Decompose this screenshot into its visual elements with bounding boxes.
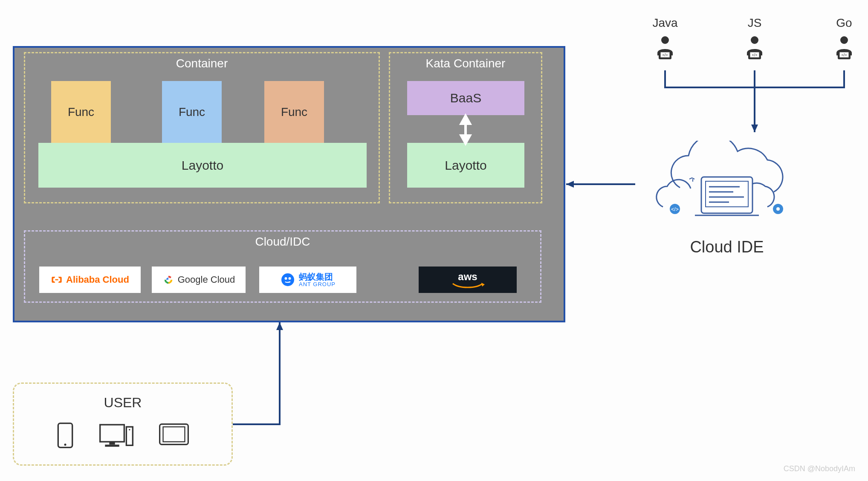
- cloud-ide-label: Cloud IDE: [639, 238, 814, 256]
- aws-smile-icon: [451, 283, 485, 289]
- svg-point-4: [64, 443, 67, 446]
- desktop-icon: [99, 423, 133, 448]
- svg-point-0: [281, 273, 294, 286]
- dev-java-label: Java: [652, 16, 677, 30]
- dev-js-label: JS: [748, 16, 762, 30]
- svg-rect-6: [109, 442, 115, 445]
- alibaba-cloud-label: Alibaba Cloud: [66, 274, 129, 285]
- svg-point-2: [288, 277, 291, 280]
- developer-icon: </>: [742, 35, 767, 61]
- svg-point-12: [661, 36, 669, 44]
- dev-js: JS </>: [742, 16, 767, 61]
- kata-container-title: Kata Container: [390, 57, 541, 70]
- svg-text:</>: </>: [671, 206, 678, 212]
- google-cloud-logo: Google Cloud: [152, 267, 246, 293]
- svg-rect-24: [701, 177, 752, 213]
- dev-java: Java </>: [652, 16, 678, 61]
- cloud-ide-block: </> Cloud IDE: [639, 141, 814, 256]
- cloud-idc-title: Cloud/IDC: [25, 235, 540, 249]
- dev-go-label: Go: [836, 16, 852, 30]
- func-block-1: Func: [51, 81, 111, 143]
- developer-icon: </>: [652, 35, 678, 61]
- svg-text:</>: </>: [662, 53, 668, 57]
- svg-marker-34: [276, 322, 283, 330]
- alibaba-cloud-logo: Alibaba Cloud: [39, 267, 141, 293]
- watermark: CSDN @NobodyIAm: [784, 464, 855, 473]
- mobile-icon: [57, 423, 74, 448]
- developer-icon: </>: [831, 35, 857, 61]
- svg-rect-7: [105, 445, 119, 447]
- user-title: USER: [14, 395, 231, 411]
- tablet-icon: [159, 423, 189, 446]
- ant-group-logo: 蚂蚁集团 ANT GROUP: [259, 267, 356, 293]
- baas-block: BaaS: [407, 81, 524, 115]
- svg-point-33: [776, 207, 780, 211]
- dev-go: Go </>: [831, 16, 857, 61]
- cloud-ide-icon: </>: [650, 141, 804, 226]
- svg-rect-5: [100, 425, 124, 442]
- user-icons-row: [14, 423, 231, 448]
- func-block-3: Func: [264, 81, 324, 143]
- google-cloud-label: Google Cloud: [178, 274, 235, 285]
- svg-point-16: [751, 36, 758, 44]
- svg-text:</>: </>: [752, 53, 757, 57]
- svg-point-20: [840, 36, 848, 44]
- ant-group-zh: 蚂蚁集团: [299, 272, 336, 281]
- layotto-block-left: Layotto: [38, 143, 367, 188]
- svg-point-9: [129, 429, 130, 430]
- aws-logo: aws: [419, 267, 517, 293]
- developers-row: Java </> JS </> Go </>: [652, 16, 857, 61]
- svg-text:</>: </>: [841, 53, 847, 57]
- container-title: Container: [25, 57, 379, 70]
- svg-point-1: [284, 277, 287, 280]
- layotto-block-right: Layotto: [407, 143, 524, 188]
- func-block-2: Func: [162, 81, 222, 143]
- svg-marker-35: [566, 181, 574, 188]
- alibaba-icon: [51, 274, 63, 286]
- aws-label: aws: [458, 271, 477, 283]
- google-cloud-icon: [162, 274, 174, 286]
- svg-marker-36: [751, 125, 758, 132]
- ant-group-en: ANT GROUP: [299, 281, 336, 287]
- ant-icon: [280, 272, 295, 287]
- svg-rect-11: [163, 427, 185, 442]
- user-box: USER: [13, 382, 233, 466]
